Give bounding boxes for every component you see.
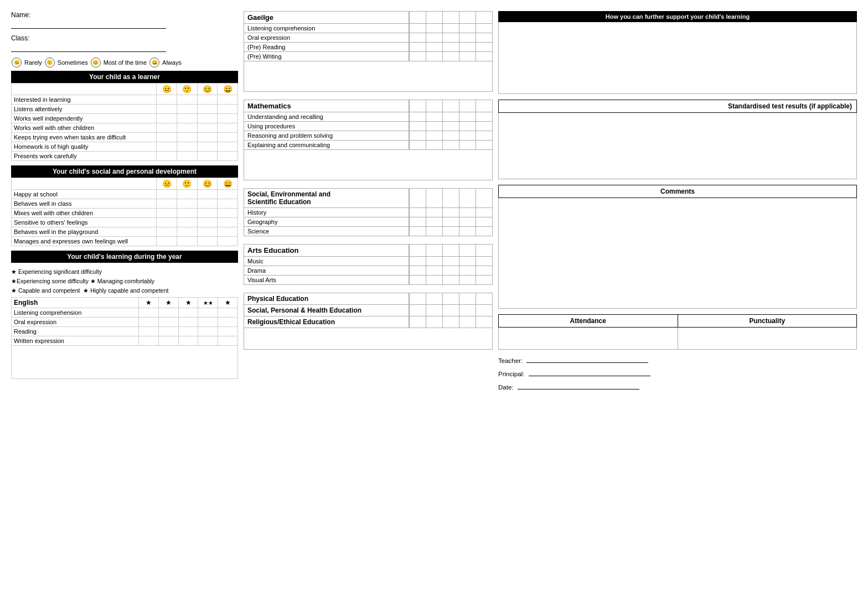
english-label: English xyxy=(12,298,139,308)
signature-section: Teacher: Principal: Date: xyxy=(498,357,857,391)
religious-label: Religious/Ethical Education xyxy=(244,316,409,328)
star-legend-1: ★ Experiencing significant difficulty xyxy=(11,267,238,277)
date-label: Date: xyxy=(498,384,514,391)
list-item: Music xyxy=(244,257,493,266)
table-row: Sensitive to others' feelings xyxy=(12,218,238,227)
left-column: Name: Class: 😐 Rarely 🙂 Sometimes 😊 Most… xyxy=(11,11,238,397)
principal-line: Principal: xyxy=(498,371,857,377)
table-row: Works well with other children xyxy=(12,123,238,133)
name-field: Name: xyxy=(11,11,238,29)
star-legend-3: ★ Capable and competent ★ Highly capable… xyxy=(11,286,238,295)
star-h4: ★★ xyxy=(198,298,218,308)
math-title: Mathematics xyxy=(244,100,409,112)
combined-section: Physical Education Social, Personal & He… xyxy=(244,293,493,350)
sese-title: Social, Environmental and Scientific Edu… xyxy=(244,189,409,207)
smiley-legend: 😐 Rarely 🙂 Sometimes 😊 Most of the time … xyxy=(11,58,238,67)
star-h3: ★ xyxy=(178,298,198,308)
learner-table: 😐 🙂 😊 😄 Interested in learning Listens a… xyxy=(11,83,238,161)
table-row: Homework is of high quality xyxy=(12,142,238,152)
list-item: Drama xyxy=(244,266,493,276)
list-item: Science xyxy=(244,227,493,236)
table-row: Written expression xyxy=(12,336,238,346)
middle-column: Gaeilge Listening comprehensionOral expr… xyxy=(244,11,493,397)
table-row: Oral expression xyxy=(12,318,238,327)
table-row: Presents work carefully xyxy=(12,152,238,161)
physical-label: Physical Education xyxy=(244,293,409,304)
learning-section: Your child's learning during the year xyxy=(11,251,238,263)
star-h2: ★ xyxy=(158,298,178,308)
punctuality-label: Punctuality xyxy=(678,315,857,327)
teacher-label: Teacher: xyxy=(498,357,523,364)
english-spacer xyxy=(11,346,238,379)
always-label: Always xyxy=(162,59,182,66)
social-section: Your child's social and personal develop… xyxy=(11,165,238,246)
std-test-content xyxy=(498,113,857,179)
col-most: 😊 xyxy=(197,84,218,95)
list-item: Visual Arts xyxy=(244,276,493,285)
combined-spacer xyxy=(244,328,493,350)
social-header: Your child's social and personal develop… xyxy=(11,165,238,178)
gaeilge-spacer xyxy=(244,61,493,92)
col-rarely: 😐 xyxy=(157,84,177,95)
learner-header: Your child as a learner xyxy=(11,71,238,83)
table-row: Listens attentively xyxy=(12,105,238,114)
smiley-always: 😄 xyxy=(149,58,159,67)
principal-signature xyxy=(529,376,650,376)
name-underline xyxy=(11,21,166,29)
name-label: Name: xyxy=(11,11,30,19)
list-item: Geography xyxy=(244,217,493,227)
std-test-header: Standardised test results (if applicable… xyxy=(498,100,857,113)
comments-header: Comments xyxy=(498,185,857,198)
table-row: Interested in learning xyxy=(12,95,238,105)
list-item: (Pre) Reading xyxy=(244,43,493,52)
list-item: Explaining and communicating xyxy=(244,141,493,150)
social-table: 😐 🙂 😊 😄 Happy at school Behaves well in … xyxy=(11,178,238,246)
right-column: How you can further support your child's… xyxy=(498,11,857,397)
support-content xyxy=(498,22,857,94)
star-legend: ★ Experiencing significant difficulty ★E… xyxy=(11,267,238,295)
arts-title: Arts Education xyxy=(244,245,409,256)
smiley-most: 😊 xyxy=(91,58,101,67)
rarely-label: Rarely xyxy=(24,59,42,66)
star-h5: ★ xyxy=(218,298,238,308)
learning-header: Your child's learning during the year xyxy=(11,251,238,263)
table-row: Behaves well in the playground xyxy=(12,227,238,237)
teacher-line: Teacher: xyxy=(498,357,857,364)
gaeilge-section: Gaeilge Listening comprehensionOral expr… xyxy=(244,11,493,92)
sphe-row: Social, Personal & Health Education xyxy=(244,304,493,316)
sese-section: Social, Environmental and Scientific Edu… xyxy=(244,188,493,236)
class-field: Class: xyxy=(11,34,238,52)
list-item: Listening comprehension xyxy=(244,24,493,33)
table-row: Happy at school xyxy=(12,190,238,199)
gaeilge-title: Gaeilge xyxy=(244,12,409,23)
att-punct-header: Attendance Punctuality xyxy=(498,314,857,328)
date-value xyxy=(518,389,639,389)
list-item: Oral expression xyxy=(244,33,493,43)
table-row: Listening comprehension xyxy=(12,308,238,318)
col-sometimes: 🙂 xyxy=(177,84,197,95)
star-h1: ★ xyxy=(139,298,159,308)
list-item: Reasoning and problem solving xyxy=(244,131,493,141)
sphe-label: Social, Personal & Health Education xyxy=(244,305,409,316)
table-row: Works well independently xyxy=(12,114,238,123)
smiley-rarely: 😐 xyxy=(12,58,22,67)
list-item: Understanding and recalling xyxy=(244,112,493,122)
list-item: Using procedures xyxy=(244,122,493,131)
table-row: Mixes well with other children xyxy=(12,209,238,218)
arts-section: Arts Education MusicDramaVisual Arts xyxy=(244,244,493,285)
physical-row: Physical Education xyxy=(244,293,493,304)
smiley-sometimes: 🙂 xyxy=(45,58,55,67)
table-row: Manages and expresses own feelings well xyxy=(12,237,238,246)
learner-section: Your child as a learner 😐 🙂 😊 😄 Interest… xyxy=(11,71,238,161)
principal-label: Principal: xyxy=(498,371,524,377)
teacher-signature xyxy=(526,362,648,363)
table-row: Reading xyxy=(12,327,238,336)
sometimes-label: Sometimes xyxy=(58,59,88,66)
att-punct-values xyxy=(498,328,857,350)
attendance-value xyxy=(499,328,678,349)
religious-row: Religious/Ethical Education xyxy=(244,316,493,328)
attendance-label: Attendance xyxy=(499,315,678,327)
list-item: (Pre) Writing xyxy=(244,52,493,61)
math-section: Mathematics Understanding and recallingU… xyxy=(244,100,493,180)
english-table: English ★ ★ ★ ★★ ★ Listening comprehensi… xyxy=(11,297,238,346)
